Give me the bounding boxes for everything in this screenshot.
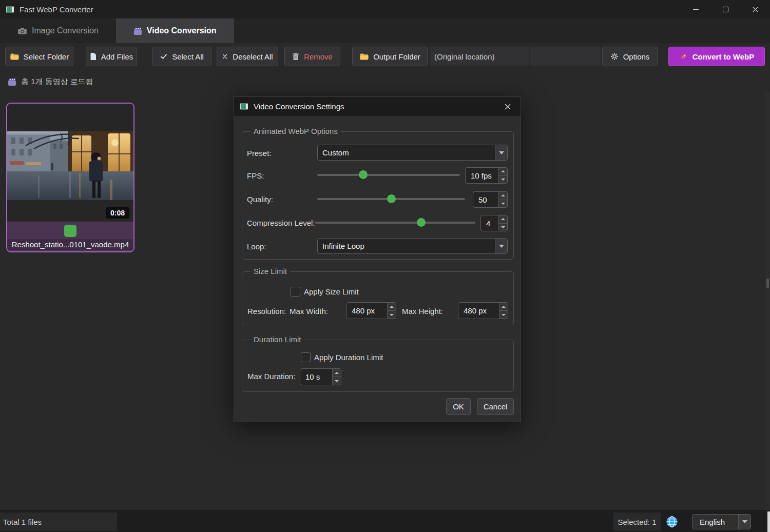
language-value: English	[692, 518, 738, 526]
apply-size-limit-label: Apply Size Limit	[304, 287, 359, 296]
globe-icon	[666, 516, 678, 528]
compression-down-button[interactable]	[499, 224, 507, 231]
fps-slider-handle[interactable]	[359, 170, 368, 179]
loaded-status-text: 총 1개 동영상 로드됨	[21, 77, 93, 87]
max-duration-spinbox[interactable]: 10 s	[300, 368, 341, 385]
convert-to-webp-button[interactable]: Convert to WebP	[668, 47, 765, 66]
minimize-button[interactable]	[681, 0, 710, 18]
close-button[interactable]	[740, 0, 770, 18]
total-files-panel: Total 1 files	[0, 513, 117, 531]
maximize-button[interactable]	[710, 0, 740, 18]
fps-spinbox[interactable]: 10 fps	[465, 167, 508, 184]
close-icon	[752, 6, 759, 13]
select-folder-button[interactable]: Select Folder	[5, 47, 73, 66]
compression-slider[interactable]	[315, 222, 475, 224]
apply-size-limit-checkbox[interactable]	[291, 287, 300, 297]
compression-spinbox[interactable]: 4	[480, 215, 508, 231]
max-width-up-button[interactable]	[388, 303, 396, 311]
app-icon	[240, 102, 248, 111]
quality-value: 50	[473, 192, 498, 207]
max-width-down-button[interactable]	[388, 311, 396, 319]
quality-slider-handle[interactable]	[387, 194, 396, 203]
fps-down-button[interactable]	[499, 176, 507, 184]
window-edge-sliver	[767, 511, 770, 532]
chevron-down-icon	[738, 515, 750, 529]
language-dropdown[interactable]: English	[692, 514, 751, 529]
apply-duration-limit-label: Apply Duration Limit	[314, 353, 383, 362]
clapperboard-icon	[133, 27, 142, 35]
loop-label: Loop:	[247, 242, 266, 251]
video-conversion-settings-dialog: Video Conversion Settings Animated WebP …	[234, 96, 521, 422]
trash-icon	[292, 52, 299, 61]
loaded-status-line: 총 1개 동영상 로드됨	[8, 77, 93, 87]
loop-dropdown[interactable]: Infinite Loop	[317, 238, 508, 254]
card-selection-strip: Reshoot_statio...0101_vaode.mp4	[7, 222, 133, 251]
quality-down-button[interactable]	[499, 200, 507, 208]
language-globe-button[interactable]	[666, 516, 678, 528]
file-checkbox[interactable]	[64, 225, 76, 237]
select-all-label: Select All	[172, 52, 204, 61]
max-height-value: 480 px	[458, 303, 499, 319]
vertical-scrollbar[interactable]	[765, 92, 770, 510]
tab-bar: Image Conversion Video Conversion	[0, 18, 770, 43]
quality-spinbox[interactable]: 50	[473, 191, 508, 208]
add-files-label: Add Files	[101, 52, 133, 61]
compression-value: 4	[481, 215, 498, 231]
fps-up-button[interactable]	[499, 168, 507, 176]
duration-badge: 0:08	[106, 207, 129, 219]
cancel-button[interactable]: Cancel	[477, 398, 514, 415]
clapperboard-icon	[8, 77, 16, 86]
max-height-up-button[interactable]	[499, 303, 508, 311]
max-duration-up-button[interactable]	[333, 369, 341, 377]
max-width-value: 480 px	[346, 303, 387, 319]
total-files-text: Total 1 files	[3, 518, 42, 526]
dialog-close-button[interactable]	[502, 101, 513, 112]
animated-group-title: Animated WebP Options	[251, 127, 341, 135]
size-group-title: Size Limit	[251, 267, 290, 275]
tab-video-conversion[interactable]: Video Conversion	[116, 18, 234, 43]
max-height-down-button[interactable]	[499, 311, 508, 319]
folder-icon	[359, 53, 369, 61]
output-location-field: (Original location)	[430, 47, 529, 66]
scrollbar-thumb[interactable]	[766, 279, 769, 288]
app-window: Fast WebP Converter Image Conversion	[0, 0, 770, 532]
size-limit-group: Size Limit Apply Size Limit Resolution: …	[242, 271, 514, 325]
add-files-button[interactable]: Add Files	[86, 47, 137, 66]
remove-label: Remove	[304, 52, 333, 61]
max-height-spinbox[interactable]: 480 px	[458, 302, 508, 319]
options-button[interactable]: Options	[602, 47, 658, 66]
deselect-all-label: Deselect All	[233, 52, 273, 61]
options-label: Options	[623, 52, 650, 61]
apply-duration-limit-checkbox[interactable]	[301, 352, 311, 362]
ok-button[interactable]: OK	[446, 398, 471, 415]
quality-slider[interactable]	[317, 198, 465, 200]
tab-video-label: Video Conversion	[147, 26, 217, 35]
video-thumbnail: 0:08	[7, 104, 133, 222]
tab-image-label: Image Conversion	[32, 26, 99, 35]
duration-limit-group: Duration Limit Apply Duration Limit Max …	[242, 340, 514, 392]
compression-up-button[interactable]	[499, 215, 507, 224]
preset-dropdown[interactable]: Custom	[317, 145, 508, 161]
window-title: Fast WebP Converter	[20, 5, 93, 14]
select-all-button[interactable]: Select All	[152, 47, 211, 66]
video-file-card[interactable]: 0:08 Reshoot_statio...0101_vaode.mp4	[6, 103, 134, 252]
max-duration-down-button[interactable]	[333, 377, 341, 385]
select-folder-label: Select Folder	[24, 52, 69, 61]
selected-count-text: Selected: 1	[618, 518, 656, 526]
output-folder-label: Output Folder	[373, 52, 420, 61]
camera-icon	[17, 27, 27, 35]
dialog-titlebar: Video Conversion Settings	[234, 97, 521, 116]
output-folder-button[interactable]: Output Folder	[352, 47, 428, 66]
deselect-all-button[interactable]: Deselect All	[217, 47, 278, 66]
tab-image-conversion[interactable]: Image Conversion	[0, 18, 116, 43]
rocket-icon	[679, 52, 688, 61]
fps-slider[interactable]	[317, 174, 460, 176]
max-width-spinbox[interactable]: 480 px	[346, 302, 396, 319]
max-duration-value: 10 s	[300, 369, 332, 385]
compression-slider-handle[interactable]	[417, 218, 426, 227]
output-path-field	[530, 47, 601, 66]
quality-up-button[interactable]	[499, 192, 507, 200]
remove-button[interactable]: Remove	[284, 47, 340, 66]
chevron-down-icon	[495, 239, 507, 253]
duration-group-title: Duration Limit	[251, 335, 304, 344]
